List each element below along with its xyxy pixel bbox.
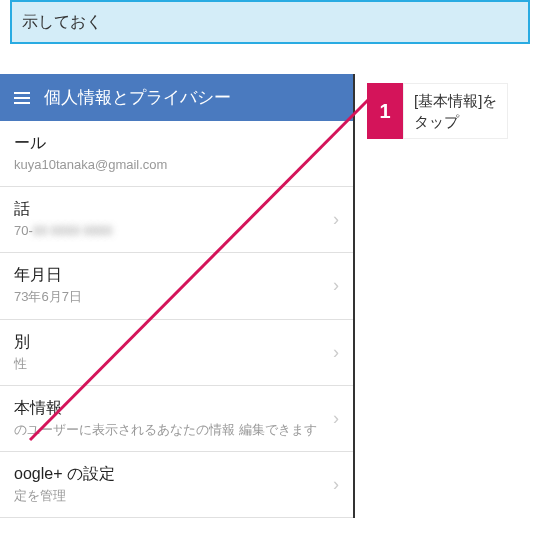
chevron-right-icon: › [325,408,339,429]
app-header: 個人情報とプライバシー [0,74,353,121]
item-title: 年月日 [14,265,325,286]
item-sub: 性 [14,355,325,373]
item-basic-info[interactable]: 本情報 のユーザーに表示されるあなたの情報 編集できます › [0,386,353,452]
intro-box: 示しておく [10,0,530,44]
header-title: 個人情報とプライバシー [44,86,231,109]
item-sub: 73年6月7日 [14,288,325,306]
item-email[interactable]: ール kuya10tanaka@gmail.com [0,121,353,187]
step-text: [基本情報]を タップ [403,83,508,139]
phone-screen: 個人情報とプライバシー ール kuya10tanaka@gmail.com 話 … [0,74,355,518]
item-title: 本情報 [14,398,325,419]
item-title: 話 [14,199,325,220]
item-birth[interactable]: 年月日 73年6月7日 › [0,253,353,319]
item-phone[interactable]: 話 70-00 0000 0000 › [0,187,353,253]
chevron-right-icon: › [325,275,339,296]
item-title: ール [14,133,339,154]
chevron-right-icon: › [325,342,339,363]
item-sub: のユーザーに表示されるあなたの情報 編集できます [14,421,325,439]
item-sub: 定を管理 [14,487,325,505]
item-sub: kuya10tanaka@gmail.com [14,156,339,174]
item-gplus[interactable]: oogle+ の設定 定を管理 › [0,452,353,518]
item-sub: 70-00 0000 0000 [14,222,325,240]
chevron-right-icon: › [325,209,339,230]
intro-line2: 示しておく [22,13,102,30]
item-title: oogle+ の設定 [14,464,325,485]
item-title: 別 [14,332,325,353]
hamburger-icon[interactable] [14,92,30,104]
chevron-right-icon: › [325,474,339,495]
step-number: 1 [367,83,403,139]
item-gender[interactable]: 別 性 › [0,320,353,386]
step-callout: 1 [基本情報]を タップ [367,83,508,139]
settings-list: ール kuya10tanaka@gmail.com 話 70-00 0000 0… [0,121,353,518]
